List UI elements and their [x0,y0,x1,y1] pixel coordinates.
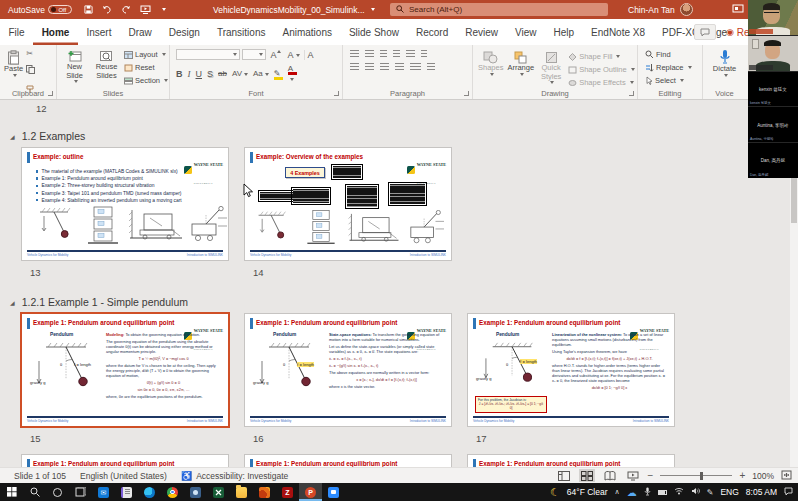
task-view-icon[interactable] [69,483,92,501]
volume-icon[interactable] [691,487,700,497]
notes-app-icon[interactable] [115,483,138,501]
participant-tile-5[interactable]: Dan, 高丹妮 Dan, 高丹妮 [748,143,798,178]
cortana-icon[interactable] [46,483,69,501]
onedrive-icon[interactable]: ☁ [627,487,637,498]
italic-button[interactable]: I [188,69,191,79]
tab-design[interactable]: Design [160,19,208,45]
participant-video-1[interactable] [748,0,798,36]
camera-app-icon[interactable] [184,483,207,501]
slide-thumbnail-15[interactable]: Example 1: Pendulum around equilibrium p… [22,314,228,426]
reading-view-button[interactable] [602,469,618,482]
section-header-example1[interactable]: ◢ 1.2.1 Example 1 - Simple pendulum [10,296,188,308]
section-collapse-icon[interactable]: ◢ [10,299,15,306]
search-input[interactable] [409,5,602,14]
slide-thumbnail-20[interactable]: Example 1: Pendulum around equilibrium p… [468,455,674,467]
tab-review[interactable]: Review [457,19,507,45]
tab-insert[interactable]: Insert [78,19,120,45]
matlab-icon[interactable] [253,483,276,501]
presenter-mode-icon[interactable] [732,4,744,16]
font-color-button[interactable]: A [288,64,297,84]
microphone-tray-icon[interactable] [644,487,651,498]
search-box[interactable] [390,3,608,16]
align-right-icon[interactable] [380,63,389,70]
copy-icon[interactable] [26,60,35,78]
smartart-icon[interactable] [427,63,435,70]
slide-sorter-view-button[interactable] [579,469,595,482]
increase-indent-icon[interactable] [393,50,400,57]
zoom-level[interactable]: 100% [752,471,774,481]
slide-thumbnail-18[interactable]: Example 1: Pendulum around equilibrium p… [22,455,228,467]
participant-tile-4[interactable]: Auntina, 李明玲 Auntina, 李明玲 [748,107,798,143]
taskbar-search-icon[interactable] [23,483,46,501]
reset-button[interactable]: Reset [124,61,168,74]
shape-fill-button[interactable]: Shape Fill [568,50,635,63]
tab-record[interactable]: Record [407,19,456,45]
clear-formatting-button[interactable]: A [304,50,316,60]
shape-outline-button[interactable]: Shape Outline [568,63,635,76]
select-button[interactable]: Select [645,74,702,87]
replace-button[interactable]: Replace [645,61,702,74]
grow-font-button[interactable]: A [268,50,283,60]
drawing-dialog-launcher-icon[interactable] [629,91,634,96]
acrobat-icon[interactable]: Z [276,483,299,501]
shape-effects-button[interactable]: Shape Effects [568,76,635,89]
weather-moon-icon[interactable]: ☾ [550,486,560,499]
line-spacing-icon[interactable] [406,50,415,57]
participant-video-2[interactable] [748,36,798,72]
new-slide-button[interactable]: New Slide [60,47,89,87]
text-shadow-button[interactable]: S [207,69,213,79]
ink-workspace-icon[interactable]: ✎ [707,488,714,497]
customize-toolbar-caret-icon[interactable] [162,8,166,11]
zoom-slider[interactable] [660,475,732,476]
wifi-icon[interactable] [674,487,684,497]
bullets-icon[interactable] [350,50,359,57]
fit-to-window-button[interactable] [781,470,792,482]
section-button[interactable]: Section [124,74,168,87]
edge-icon[interactable] [138,483,161,501]
save-icon[interactable] [84,5,93,14]
chrome-icon[interactable] [161,483,184,501]
slide-thumbnail-14[interactable]: Example: Overview of the examples WAYNE … [245,148,451,260]
slide-indicator[interactable]: Slide 1 of 105 [14,471,66,481]
paragraph-dialog-launcher-icon[interactable] [464,91,469,96]
slide-thumbnail-19[interactable]: Example 1: Pendulum around equilibrium p… [245,455,451,467]
font-name-select[interactable] [176,49,240,60]
dictate-button[interactable]: Dictate [703,45,746,77]
zoom-slider-thumb[interactable] [700,472,703,480]
slide-thumbnail-17[interactable]: Example 1: Pendulum around equilibrium p… [468,314,674,426]
justify-icon[interactable] [395,63,404,70]
tab-file[interactable]: File [0,19,33,45]
language-indicator[interactable]: English (United States) [80,471,167,481]
tab-help[interactable]: Help [545,19,583,45]
tab-slide-show[interactable]: Slide Show [340,19,407,45]
zoom-in-button[interactable]: + [739,470,745,481]
autosave-switch[interactable]: Off [48,5,72,14]
participant-tile-3[interactable]: kenxin 翁廷文 kenxin 翁廷文 [748,72,798,108]
zoom-out-button[interactable]: − [648,470,654,481]
slide-thumbnail-13[interactable]: Example: outline WAYNE STATEUNIVERSITY T… [22,148,228,260]
reuse-slides-button[interactable]: Reuse Slides [91,47,122,87]
quick-styles-button[interactable]: Quick Styles [538,48,564,89]
font-size-select[interactable] [242,49,266,60]
input-language[interactable]: ENG [720,487,738,497]
section-collapse-icon[interactable]: ◢ [10,133,15,140]
slideshow-view-button[interactable] [625,469,641,482]
autosave-toggle[interactable]: AutoSave Off [8,5,72,15]
accessibility-status[interactable]: ♿ Accessibility: Investigate [181,471,288,481]
file-explorer-icon[interactable] [230,483,253,501]
account-area[interactable]: Chin-An Tan [628,0,693,19]
start-slideshow-icon[interactable] [140,5,151,14]
video-call-strip[interactable]: kenxin 翁廷文 kenxin 翁廷文 Auntina, 李明玲 Aunti… [748,0,798,178]
decrease-indent-icon[interactable] [380,50,387,57]
battery-icon[interactable] [658,487,667,497]
align-center-icon[interactable] [365,63,374,70]
tray-expand-icon[interactable]: ∧ [615,488,620,496]
mail-app-icon[interactable]: ✉ [92,483,115,501]
arrange-button[interactable]: Arrange [507,48,534,89]
tab-animations[interactable]: Animations [274,19,340,45]
columns-icon[interactable] [410,63,421,70]
strikethrough-button[interactable]: ab [218,69,227,78]
undo-icon[interactable] [102,5,112,14]
highlight-color-button[interactable]: ✎ [274,68,283,80]
start-button[interactable] [0,483,23,501]
